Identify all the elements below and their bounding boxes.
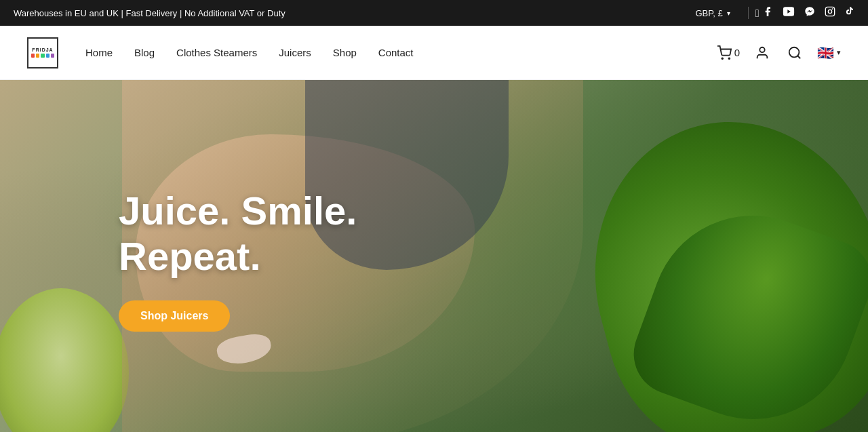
hero-section: Juice. Smile. Repeat. Shop Juicers	[0, 80, 868, 432]
chevron-down-icon: ▾	[837, 48, 841, 57]
search-icon	[787, 45, 802, 60]
nav-item-blog[interactable]: Blog	[134, 47, 155, 59]
svg-rect-0	[825, 7, 834, 16]
nav-item-home[interactable]: Home	[85, 47, 113, 59]
hero-heading-line1: Juice. Smile.	[119, 189, 357, 233]
logo-stripes	[31, 54, 54, 58]
nav-item-shop[interactable]: Shop	[333, 47, 357, 59]
announcement-bar: Warehouses in EU and UK | Fast Delivery …	[0, 0, 868, 26]
svg-point-3	[722, 58, 723, 59]
cart-icon	[717, 45, 732, 60]
stripe-orange	[36, 54, 39, 58]
logo[interactable]: FRIDJA	[27, 37, 58, 68]
nav-link-contact[interactable]: Contact	[378, 47, 414, 58]
instagram-icon[interactable]	[825, 6, 835, 20]
hero-heading-line2: Repeat.	[119, 234, 261, 278]
shop-juicers-button[interactable]: Shop Juicers	[119, 300, 230, 332]
nav-link-shop[interactable]: Shop	[333, 47, 357, 58]
chevron-down-icon: ▾	[727, 9, 730, 17]
nav-item-clothes-steamers[interactable]: Clothes Steamers	[176, 47, 257, 59]
stripe-green	[41, 54, 44, 58]
social-icons-group: 	[755, 6, 854, 20]
nav-link-juicers[interactable]: Juicers	[279, 47, 311, 58]
nav-item-contact[interactable]: Contact	[378, 47, 414, 59]
logo-text: FRIDJA	[32, 47, 53, 52]
navbar-left: FRIDJA Home Blog Clothes Steamers Juicer…	[27, 37, 414, 68]
stripe-purple	[51, 54, 54, 58]
account-button[interactable]	[752, 43, 772, 63]
nav-link-blog[interactable]: Blog	[134, 47, 155, 58]
navbar-right: 0 🇬🇧 ▾	[717, 43, 841, 63]
svg-point-1	[828, 9, 831, 13]
facebook-icon[interactable]: 	[755, 6, 773, 20]
account-icon	[755, 45, 770, 60]
hero-heading: Juice. Smile. Repeat.	[119, 189, 357, 279]
nav-item-juicers[interactable]: Juicers	[279, 47, 311, 59]
svg-point-5	[760, 47, 764, 52]
currency-selector[interactable]: GBP, £ ▾	[695, 8, 730, 18]
cart-count: 0	[734, 47, 740, 58]
stripe-red	[31, 54, 35, 58]
nav-links: Home Blog Clothes Steamers Juicers Shop …	[85, 47, 414, 59]
announcement-text: Warehouses in EU and UK | Fast Delivery …	[14, 8, 695, 18]
messenger-icon[interactable]	[804, 6, 815, 20]
youtube-icon[interactable]	[783, 7, 795, 19]
stripe-blue	[46, 54, 50, 58]
divider	[748, 7, 749, 19]
flag-icon: 🇬🇧	[817, 45, 834, 61]
logo-box: FRIDJA	[27, 37, 58, 68]
search-button[interactable]	[785, 43, 805, 63]
svg-line-7	[797, 56, 800, 58]
vegetable-shape-left	[0, 288, 129, 432]
hero-content: Juice. Smile. Repeat. Shop Juicers	[119, 189, 357, 332]
svg-point-2	[832, 9, 833, 9]
language-selector[interactable]: 🇬🇧 ▾	[817, 45, 841, 61]
currency-label: GBP, £	[695, 8, 722, 18]
svg-point-4	[728, 58, 730, 59]
navbar: FRIDJA Home Blog Clothes Steamers Juicer…	[0, 26, 868, 80]
svg-point-6	[789, 47, 800, 57]
nav-link-home[interactable]: Home	[85, 47, 113, 58]
cart-button[interactable]: 0	[717, 45, 740, 60]
tiktok-icon[interactable]	[845, 6, 854, 20]
nav-link-clothes-steamers[interactable]: Clothes Steamers	[176, 47, 257, 58]
